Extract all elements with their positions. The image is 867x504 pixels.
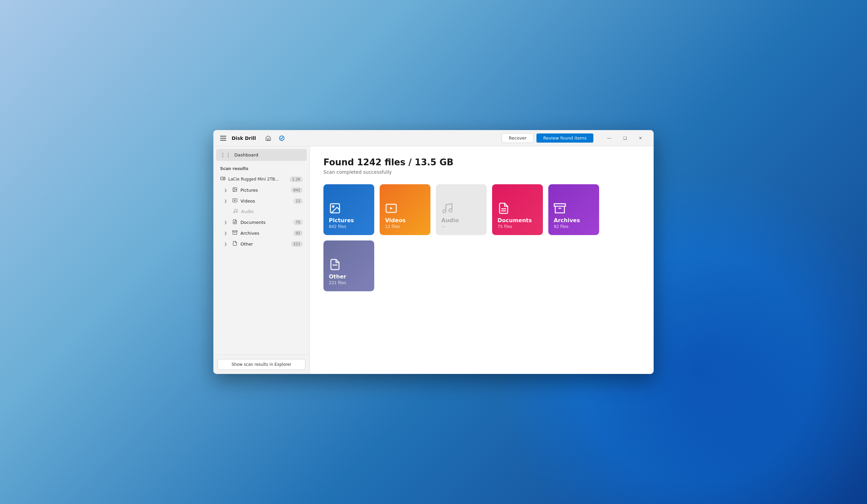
sidebar-item-documents[interactable]: ❯ Documents 75 <box>216 217 307 228</box>
other-icon <box>232 241 238 247</box>
close-button[interactable]: ✕ <box>633 133 648 143</box>
pictures-label: Pictures <box>240 187 288 193</box>
svg-point-5 <box>234 188 234 189</box>
app-title: Disk Drill <box>232 136 256 141</box>
chevron-right-icon: ❯ <box>224 242 229 246</box>
audio-card-count: — <box>441 224 481 229</box>
chevron-right-icon: ❯ <box>224 231 229 235</box>
documents-count: 75 <box>293 219 303 225</box>
sidebar-item-other[interactable]: ❯ Other 221 <box>216 238 307 249</box>
archives-card-title: Archives <box>554 217 594 224</box>
dashboard-icon: ⋮⋮ <box>220 152 231 158</box>
card-archives[interactable]: Archives 92 files <box>548 184 599 235</box>
documents-card-count: 75 files <box>497 224 537 229</box>
chevron-right-icon: ❯ <box>224 188 229 192</box>
archives-label: Archives <box>240 230 291 236</box>
sidebar-item-archives[interactable]: ❯ Archives 92 <box>216 228 307 238</box>
sidebar-item-device[interactable]: LaCie Rugged Mini 2TB... 1.2K <box>216 174 307 185</box>
videos-card-count: 12 files <box>385 224 425 229</box>
videos-icon <box>232 198 238 204</box>
svg-rect-2 <box>221 177 225 180</box>
svg-point-16 <box>443 210 446 213</box>
pictures-card-title: Pictures <box>329 217 369 224</box>
sidebar-item-audio[interactable]: Audio <box>216 206 307 217</box>
other-count: 221 <box>291 241 303 247</box>
documents-card-title: Documents <box>497 217 537 224</box>
chevron-right-icon: ❯ <box>224 221 229 224</box>
sidebar-item-videos[interactable]: ❯ Videos 12 <box>216 195 307 206</box>
sidebar-item-dashboard[interactable]: ⋮⋮ Dashboard <box>216 149 307 161</box>
title-bar-actions: Recover Review found items — ❑ ✕ <box>502 133 648 143</box>
documents-icon <box>232 219 238 225</box>
pictures-count: 842 <box>291 187 303 193</box>
cards-grid: Pictures 842 files Videos 12 files <box>323 184 640 291</box>
documents-card-icon <box>497 202 510 214</box>
audio-label: Audio <box>241 209 303 214</box>
hamburger-menu-icon[interactable] <box>219 135 228 142</box>
other-card-title: Other <box>329 274 369 280</box>
svg-rect-6 <box>233 199 237 202</box>
videos-label: Videos <box>240 199 291 204</box>
svg-point-14 <box>333 206 334 207</box>
minimize-button[interactable]: — <box>601 133 617 143</box>
sidebar: ⋮⋮ Dashboard Scan results LaCie Rugged M… <box>213 146 310 374</box>
home-icon <box>265 135 271 141</box>
archives-icon <box>232 230 238 236</box>
card-pictures[interactable]: Pictures 842 files <box>323 184 374 235</box>
title-bar: Disk Drill Recover Review found items — <box>213 130 654 146</box>
show-explorer-button[interactable]: Show scan results in Explorer <box>217 359 306 370</box>
found-subtitle: Scan completed successfully <box>323 169 640 175</box>
audio-icon <box>232 208 238 214</box>
other-card-count: 221 files <box>329 280 369 285</box>
audio-card-title: Audio <box>441 217 481 224</box>
audio-card-icon <box>441 202 453 214</box>
title-bar-left: Disk Drill <box>219 135 256 142</box>
svg-rect-20 <box>554 204 566 206</box>
check-button[interactable] <box>276 133 287 143</box>
app-body: ⋮⋮ Dashboard Scan results LaCie Rugged M… <box>213 146 654 374</box>
svg-rect-11 <box>232 230 237 232</box>
svg-point-8 <box>236 211 237 213</box>
recover-button[interactable]: Recover <box>502 133 534 143</box>
maximize-button[interactable]: ❑ <box>617 133 633 143</box>
svg-point-17 <box>449 208 452 212</box>
card-audio[interactable]: Audio — <box>436 184 487 235</box>
title-bar-nav <box>263 133 287 143</box>
videos-card-icon <box>385 202 397 214</box>
sidebar-top: ⋮⋮ Dashboard Scan results LaCie Rugged M… <box>213 146 310 252</box>
svg-rect-0 <box>268 139 269 140</box>
sidebar-item-pictures[interactable]: ❯ Pictures 842 <box>216 185 307 195</box>
card-videos[interactable]: Videos 12 files <box>379 184 430 235</box>
app-window: Disk Drill Recover Review found items — <box>213 130 654 374</box>
documents-label: Documents <box>240 220 291 225</box>
device-label: LaCie Rugged Mini 2TB... <box>228 177 287 182</box>
pictures-card-count: 842 files <box>329 224 369 229</box>
sidebar-bottom: Show scan results in Explorer <box>213 355 310 374</box>
chevron-right-icon: ❯ <box>224 199 229 203</box>
other-card-icon <box>329 258 341 271</box>
review-found-items-button[interactable]: Review found items <box>536 133 593 142</box>
window-controls: — ❑ ✕ <box>601 133 648 143</box>
card-documents[interactable]: Documents 75 files <box>492 184 543 235</box>
videos-count: 12 <box>293 198 303 204</box>
archives-count: 92 <box>293 230 303 236</box>
device-icon <box>220 176 226 183</box>
device-count: 1.2K <box>290 176 303 182</box>
main-panel: Found 1242 files / 13.5 GB Scan complete… <box>310 146 654 374</box>
other-label: Other <box>240 242 288 247</box>
card-other[interactable]: Other 221 files <box>323 240 374 291</box>
dashboard-label: Dashboard <box>234 152 258 158</box>
check-icon <box>279 135 285 141</box>
pictures-icon <box>232 187 238 193</box>
videos-card-title: Videos <box>385 217 425 224</box>
found-title: Found 1242 files / 13.5 GB <box>323 157 640 167</box>
home-button[interactable] <box>263 133 274 143</box>
archives-card-count: 92 files <box>554 224 594 229</box>
svg-rect-3 <box>223 178 224 179</box>
svg-point-7 <box>234 212 235 213</box>
scan-results-label: Scan results <box>216 165 307 174</box>
archives-card-icon <box>554 202 566 214</box>
pictures-card-icon <box>329 202 341 214</box>
